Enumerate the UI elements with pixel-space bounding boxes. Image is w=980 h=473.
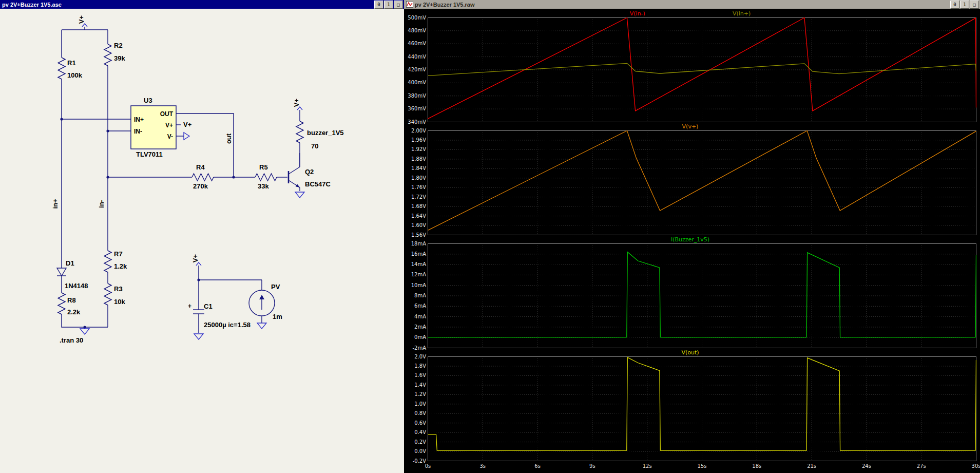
u3-pin-in-minus: IN- [134, 128, 142, 135]
close-button[interactable]: □ [970, 1, 979, 9]
pane-titles: V(v+) [404, 123, 976, 130]
y-tick-label: 1.88V [411, 156, 426, 162]
plot-canvas[interactable] [428, 243, 976, 348]
q2-label: Q2 [305, 168, 314, 176]
vplus-flag-top[interactable]: V+ [78, 15, 87, 27]
r5-label: R5 [259, 163, 268, 171]
ground-flag-q2[interactable] [295, 192, 304, 198]
y-tick-label: -0.2V [413, 458, 426, 464]
waveform-app-icon [406, 1, 413, 8]
capacitor-c1[interactable]: + C1 25000µ ic=1.58 [188, 302, 251, 329]
r2-value: 39k [114, 54, 125, 62]
y-tick-label: 6mA [414, 303, 426, 309]
spice-directive[interactable]: .tran 30 [60, 336, 83, 344]
plot-canvas[interactable] [428, 356, 976, 461]
net-label-out[interactable]: out [225, 133, 233, 144]
ground-flag-bottom[interactable] [80, 329, 89, 334]
plot-pane-ibuzzer[interactable]: I(Buzzer_1v5) 18mA16mA14mA12mA10mA8mA6mA… [404, 236, 976, 349]
y-tick-label: 460mV [408, 41, 426, 46]
plot-pane-vout[interactable]: V(out) 2.0V1.8V1.6V1.4V1.2V1.0V0.8V0.6V0… [404, 349, 976, 462]
resistor-r3[interactable]: R3 10k [104, 283, 125, 306]
trace-title[interactable]: V(out) [681, 349, 699, 356]
u3-pin-vplus: V+ [165, 122, 173, 129]
q2-part: BC547C [305, 180, 331, 188]
resistor-buzzer[interactable]: buzzer_1V5 70 [296, 121, 344, 150]
y-tick-label: -2mA [412, 345, 426, 351]
trace-title[interactable]: V(v+) [682, 123, 699, 130]
u3-pin-out: OUT [160, 110, 174, 118]
y-tick-label: 440mV [408, 54, 426, 60]
trace-title[interactable]: V(in+) [733, 10, 751, 17]
ltspice-desktop: V+ V+ V+ [0, 0, 980, 473]
vminus-flag-u3[interactable] [184, 133, 189, 140]
minimize-button[interactable]: 0 [374, 1, 383, 9]
current-source-pv[interactable]: PV 1m [249, 283, 282, 320]
y-tick-label: 360mV [408, 106, 426, 111]
minimize-button[interactable]: 0 [950, 1, 959, 9]
y-tick-label: 1.92V [411, 146, 426, 152]
plot-pane-vin[interactable]: V(in-)V(in+) 500mV480mV460mV440mV420mV40… [404, 10, 976, 123]
plot-canvas[interactable] [428, 17, 976, 122]
trace-I(Buzzer_1v5) [428, 252, 976, 337]
resistor-r8[interactable]: R8 2.2k [58, 293, 81, 316]
y-tick-label: 12mA [411, 272, 426, 277]
resistor-r7[interactable]: R7 1.2k [104, 250, 127, 272]
y-tick-label: 0.2V [414, 439, 426, 445]
resistor-r4[interactable]: R4 270k [192, 163, 214, 190]
y-tick-label: 16mA [411, 251, 426, 257]
maximize-button[interactable]: 1 [384, 1, 393, 9]
y-tick-label: 500mV [408, 15, 426, 21]
r3-label: R3 [114, 285, 123, 293]
y-tick-label: 18mA [411, 241, 426, 247]
y-tick-label: 2.0V [414, 354, 426, 360]
junction-dots [60, 118, 235, 328]
resistor-r2[interactable]: R2 39k [104, 42, 125, 66]
schematic-canvas[interactable]: V+ V+ V+ [0, 0, 404, 473]
resistor-r1[interactable]: R1 100k [58, 58, 83, 79]
plot-canvas[interactable] [428, 130, 976, 235]
net-label-in-plus[interactable]: in+ [51, 199, 59, 209]
y-tick-label: 0.8V [414, 410, 426, 416]
y-axis: 18mA16mA14mA12mA10mA8mA6mA4mA2mA0mA-2mA [404, 243, 428, 348]
pane-svg [428, 17, 976, 122]
y-tick-label: 0.4V [414, 429, 426, 435]
x-tick-label: 21s [807, 463, 816, 469]
ground-flag-c1[interactable] [194, 334, 203, 339]
close-button[interactable]: □ [394, 1, 403, 9]
y-tick-label: 0.6V [414, 420, 426, 426]
ground-flag-pv[interactable] [257, 323, 266, 329]
y-tick-label: 8mA [414, 293, 426, 298]
trace-title[interactable]: V(in-) [630, 10, 645, 17]
y-tick-label: 10mA [411, 282, 426, 288]
plot-pane-vplus[interactable]: V(v+) 2.00V1.96V1.92V1.88V1.84V1.80V1.76… [404, 123, 976, 236]
x-tick-label: 27s [917, 463, 926, 469]
transistor-q2[interactable]: Q2 BC547C [289, 153, 331, 188]
r8-value: 2.2k [67, 308, 81, 316]
pane-svg [428, 243, 976, 348]
trace-V(in-) [428, 18, 976, 119]
maximize-button[interactable]: 1 [960, 1, 969, 9]
y-tick-label: 1.76V [411, 184, 426, 190]
wires[interactable] [62, 27, 300, 333]
trace-title[interactable]: I(Buzzer_1v5) [671, 236, 709, 243]
waveform-window-title: pv 2V+Buzzer 1V5.raw [415, 2, 950, 8]
waveform-titlebar[interactable]: pv 2V+Buzzer 1V5.raw 0 1 □ [404, 0, 980, 9]
y-tick-label: 4mA [414, 314, 426, 319]
vplus-flag-buzzer[interactable]: V+ [293, 98, 302, 110]
schematic-titlebar[interactable]: pv 2V+Buzzer 1V5.asc 0 1 □ [0, 0, 404, 9]
x-tick-label: 12s [643, 463, 652, 469]
window-controls: 0 1 □ [950, 1, 979, 9]
u3-label: U3 [144, 97, 152, 104]
y-tick-label: 0.0V [414, 448, 426, 454]
net-label-in-minus[interactable]: in- [98, 200, 105, 208]
y-tick-label: 1.0V [414, 401, 426, 407]
x-tick-label: 30s [972, 463, 980, 469]
waveform-window: pv 2V+Buzzer 1V5.raw 0 1 □ V(in-)V(in+) … [404, 0, 980, 473]
r8-label: R8 [67, 296, 76, 304]
y-tick-label: 1.64V [411, 213, 426, 219]
comparator-u3[interactable]: U3 IN+ IN- OUT V+ V- TLV7011 V+ [131, 97, 192, 158]
r2-label: R2 [114, 42, 123, 49]
resistor-r5[interactable]: R5 33k [255, 163, 277, 190]
u3-pin-in-plus: IN+ [134, 116, 144, 123]
vplus-flag-c1[interactable]: V+ [191, 254, 201, 267]
